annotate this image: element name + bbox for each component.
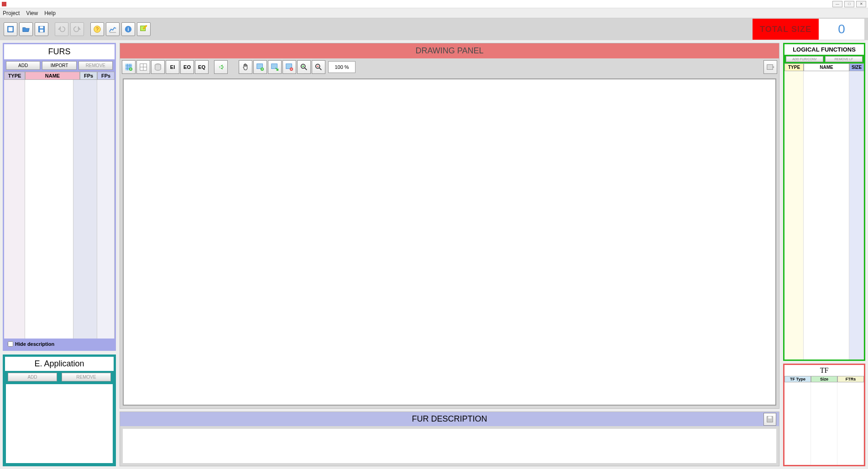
table-icon[interactable]: [136, 60, 150, 74]
undo-icon[interactable]: [55, 22, 68, 36]
svg-rect-21: [272, 64, 277, 69]
eo-button[interactable]: EO: [180, 60, 194, 74]
svg-text:+: +: [261, 67, 263, 71]
svg-rect-4: [40, 30, 43, 32]
info-icon[interactable]: i: [121, 22, 135, 36]
svg-rect-3: [40, 26, 43, 29]
eapp-remove-button[interactable]: REMOVE: [62, 373, 111, 381]
eapp-add-button[interactable]: ADD: [8, 373, 57, 381]
menu-project[interactable]: Project: [3, 10, 20, 16]
e-application-title: E. Application: [5, 357, 114, 371]
furs-panel: FURS ADD IMPORT REMOVE TYPE NAME FPs FPs: [3, 43, 116, 351]
furs-col-name: NAME: [25, 72, 80, 80]
ei-button[interactable]: EI: [166, 60, 179, 74]
fur-description-title: FUR DESCRIPTION: [412, 414, 487, 424]
zoom-out-icon[interactable]: [312, 60, 325, 74]
drawing-canvas[interactable]: [123, 78, 776, 406]
svg-text:i: i: [128, 26, 129, 32]
hide-description-label: Hide description: [15, 341, 54, 347]
furs-col-fps1: FPs: [80, 72, 97, 80]
furs-title: FURS: [4, 44, 115, 59]
drawing-panel: DRAWING PANEL + EI EO EQ +: [120, 43, 779, 409]
logical-functions-title: LOGICAL FUNCTIONS: [784, 44, 864, 55]
drawing-toolbar: + EI EO EQ + 100 %: [120, 58, 779, 76]
zoom-in-icon[interactable]: [297, 60, 311, 74]
tf-panel: TF TF Type Size FTRs: [783, 364, 865, 466]
menu-view[interactable]: View: [26, 10, 38, 16]
fur-description-panel: FUR DESCRIPTION: [120, 412, 779, 466]
close-button[interactable]: ✕: [856, 1, 866, 7]
open-project-icon[interactable]: [19, 22, 33, 36]
tf-title: TF: [784, 365, 864, 376]
export-image-icon[interactable]: [763, 60, 777, 74]
furs-import-button[interactable]: IMPORT: [42, 61, 76, 70]
tf-col-ftrs: FTRs: [837, 376, 864, 382]
furs-table-body[interactable]: [4, 80, 115, 339]
titlebar: — □ ✕: [0, 0, 868, 8]
new-project-icon[interactable]: [4, 22, 17, 36]
fur-description-body[interactable]: [123, 429, 776, 463]
redo-icon[interactable]: [70, 22, 84, 36]
lf-table-body[interactable]: [784, 71, 864, 360]
image-add-icon[interactable]: +: [253, 60, 267, 74]
hide-description-checkbox[interactable]: [8, 341, 13, 347]
e-application-panel: E. Application ADD REMOVE: [3, 354, 116, 466]
help-icon[interactable]: ?: [90, 22, 104, 36]
grid-icon[interactable]: +: [122, 60, 136, 74]
image-export-icon[interactable]: [268, 60, 282, 74]
furs-col-fps2: FPs: [97, 72, 115, 80]
zoom-value[interactable]: 100 %: [328, 61, 356, 73]
fur-description-save-icon[interactable]: [763, 413, 776, 426]
tf-col-type: TF Type: [784, 376, 811, 382]
furs-remove-button[interactable]: REMOVE: [78, 61, 113, 70]
chart-icon[interactable]: [106, 22, 120, 36]
svg-text:+: +: [130, 67, 131, 71]
svg-line-26: [305, 68, 307, 70]
eq-button[interactable]: EQ: [195, 60, 209, 74]
lf-add-button[interactable]: ADD FUR/CONV: [786, 56, 823, 62]
save-project-icon[interactable]: [35, 22, 48, 36]
svg-rect-1: [9, 27, 13, 31]
drawing-panel-title: DRAWING PANEL: [120, 43, 779, 58]
image-remove-icon[interactable]: [282, 60, 296, 74]
main-toolbar: ? i TOTAL SIZE 0: [0, 18, 868, 40]
lf-col-size: SIZE: [849, 63, 864, 71]
hand-icon[interactable]: [239, 60, 252, 74]
menubar: Project View Help: [0, 8, 868, 18]
arrow-left-icon[interactable]: [214, 60, 228, 74]
total-size-box: TOTAL SIZE 0: [753, 19, 864, 40]
lf-remove-button[interactable]: REMOVE LF: [825, 56, 863, 62]
database-icon[interactable]: [151, 60, 165, 74]
lf-col-name: NAME: [804, 63, 849, 71]
edit-icon[interactable]: [137, 22, 151, 36]
total-size-value: 0: [819, 19, 864, 40]
logical-functions-panel: LOGICAL FUNCTIONS ADD FUR/CONV REMOVE LF…: [783, 43, 865, 361]
minimize-button[interactable]: —: [832, 1, 842, 7]
menu-help[interactable]: Help: [44, 10, 56, 16]
svg-rect-34: [768, 416, 771, 418]
svg-rect-32: [767, 65, 773, 70]
svg-line-30: [319, 68, 322, 70]
tf-table-body[interactable]: [784, 382, 864, 465]
app-icon: [2, 2, 6, 6]
tf-col-size: Size: [811, 376, 837, 382]
tf-table-header: TF Type Size FTRs: [784, 376, 864, 382]
lf-table-header: TYPE NAME SIZE: [784, 63, 864, 71]
furs-col-type: TYPE: [4, 72, 25, 80]
svg-text:?: ?: [96, 26, 99, 32]
furs-add-button[interactable]: ADD: [6, 61, 40, 70]
e-application-body[interactable]: [6, 384, 113, 463]
furs-table-header: TYPE NAME FPs FPs: [4, 72, 115, 80]
lf-col-type: TYPE: [784, 63, 804, 71]
maximize-button[interactable]: □: [844, 1, 854, 7]
total-size-label: TOTAL SIZE: [753, 19, 819, 40]
